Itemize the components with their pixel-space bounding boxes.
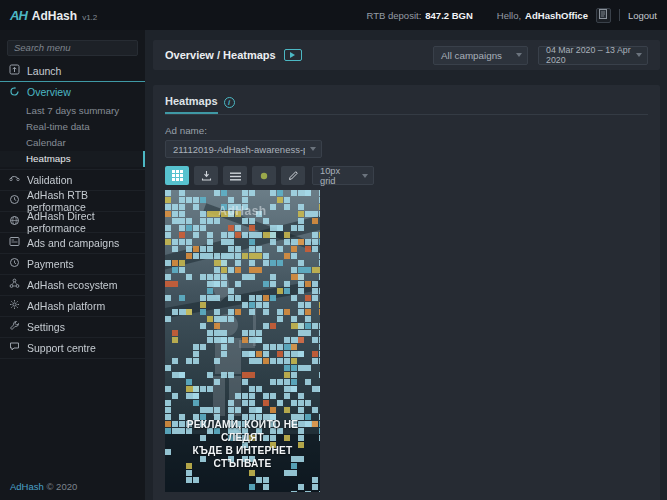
marker-dot-button[interactable] — [252, 166, 276, 185]
logout-button[interactable]: Logout — [628, 10, 657, 21]
tutorial-play-button[interactable] — [284, 49, 302, 61]
sidebar-item-label: Validation — [27, 174, 72, 186]
sidebar-subitem-label: Last 7 days summary — [26, 105, 119, 116]
sidebar-item-support-centre[interactable]: Support centre — [0, 338, 145, 359]
sidebar-nav: Launch Overview Last 7 days summary Real… — [0, 61, 145, 359]
adhash-app: AH AdHash v1.2 RTB deposit: 847.2 BGN He… — [0, 0, 667, 500]
app-version: v1.2 — [82, 13, 97, 22]
sidebar-item-label: AdHash platform — [27, 300, 105, 312]
sidebar-item-settings[interactable]: Settings — [0, 317, 145, 338]
grid-icon — [172, 167, 183, 185]
sidebar-subitem-calendar[interactable]: Calendar — [0, 135, 145, 151]
rtb-deposit-value: 847.2 BGN — [425, 10, 473, 21]
sidebar-item-launch[interactable]: Launch — [0, 61, 145, 82]
document-icon — [599, 9, 607, 21]
info-icon[interactable] — [224, 97, 235, 108]
heatmap-ad-preview[interactable]: AdHash РЕКЛАМИ, КОИТО НЕ СЛЕДЯТ КЪДЕ В И… — [165, 190, 320, 492]
ads-icon — [9, 236, 20, 249]
campaign-select-value: All campaigns — [441, 50, 502, 61]
sidebar-item-direct-performance[interactable]: AdHash Direct performance — [0, 212, 145, 233]
topbar: AH AdHash v1.2 RTB deposit: 847.2 BGN He… — [0, 0, 667, 30]
payments-icon — [9, 257, 20, 270]
platform-gear-icon — [9, 299, 20, 312]
sidebar-item-payments[interactable]: Payments — [0, 254, 145, 275]
sidebar-subitem-label: Heatmaps — [26, 153, 71, 164]
sidebar-item-label: AdHash ecosystem — [27, 279, 117, 291]
adhash-logo-icon: AH — [10, 8, 27, 23]
grid-view-button[interactable] — [165, 166, 189, 185]
adhash-logo[interactable]: AH AdHash v1.2 — [10, 8, 97, 23]
rtb-performance-icon — [9, 194, 20, 207]
download-icon — [201, 167, 212, 185]
ad-name-value: 21112019-AdHash-awareness-privacy... — [173, 144, 305, 155]
date-range-select[interactable]: 04 Mar 2020 – 13 Apr 2020 — [538, 46, 648, 65]
heatmaps-header: Heatmaps — [165, 95, 648, 114]
topbar-divider — [619, 9, 620, 21]
topbar-right: RTB deposit: 847.2 BGN Hello, AdHashOffi… — [367, 8, 657, 23]
footer-brand-link[interactable]: AdHash — [10, 481, 44, 492]
sidebar-item-label: Payments — [27, 258, 74, 270]
sidebar: Launch Overview Last 7 days summary Real… — [0, 30, 145, 500]
download-button[interactable] — [194, 166, 218, 185]
chevron-down-icon — [516, 53, 522, 57]
sidebar-subitem-heatmaps[interactable]: Heatmaps — [0, 151, 145, 167]
validation-icon — [9, 173, 20, 186]
heatmaps-title: Heatmaps — [165, 95, 218, 114]
sidebar-item-ecosystem[interactable]: AdHash ecosystem — [0, 275, 145, 296]
sidebar-item-overview[interactable]: Overview — [0, 82, 145, 103]
footer-copyright: © 2020 — [46, 481, 77, 492]
support-chat-icon — [9, 341, 20, 354]
sidebar-item-label: Launch — [27, 65, 61, 77]
sidebar-item-validation[interactable]: Validation — [0, 170, 145, 191]
sidebar-item-rtb-performance[interactable]: AdHash RTB performance — [0, 191, 145, 212]
sidebar-item-label: Support centre — [27, 342, 96, 354]
heatmap-canvas[interactable] — [165, 190, 320, 492]
search-wrap — [0, 30, 145, 61]
sidebar-subitem-last-7-days[interactable]: Last 7 days summary — [0, 103, 145, 119]
breadcrumb: Overview / Heatmaps — [165, 49, 276, 61]
campaign-select[interactable]: All campaigns — [433, 46, 528, 65]
date-range-value: 04 Mar 2020 – 13 Apr 2020 — [546, 45, 631, 65]
heatmaps-panel: Heatmaps Ad name: 21112019-AdHash-awaren… — [153, 85, 660, 500]
grid-size-select[interactable]: 10px grid — [312, 166, 374, 185]
rtb-deposit-label: RTB deposit: — [367, 10, 422, 21]
sidebar-subitem-label: Real-time data — [26, 121, 90, 132]
main-content: Overview / Heatmaps All campaigns 04 Mar… — [145, 30, 667, 500]
username: AdHashOffice — [525, 10, 588, 21]
greeting-text: Hello, — [497, 10, 521, 21]
search-input[interactable] — [7, 40, 138, 56]
launch-icon — [9, 64, 20, 77]
overview-icon — [9, 86, 20, 99]
settings-wrench-icon — [9, 320, 20, 333]
chevron-down-icon — [636, 53, 642, 57]
section-divider — [165, 114, 648, 115]
ecosystem-icon — [9, 278, 20, 291]
filters: All campaigns 04 Mar 2020 – 13 Apr 2020 — [433, 46, 648, 65]
sidebar-subitem-label: Calendar — [26, 137, 66, 148]
sidebar-item-label: Overview — [27, 86, 71, 98]
release-notes-button[interactable] — [596, 8, 611, 23]
sidebar-item-ads-and-campaigns[interactable]: Ads and campaigns — [0, 233, 145, 254]
play-icon — [290, 52, 295, 58]
sidebar-footer: AdHash © 2020 — [10, 481, 77, 492]
pencil-icon — [288, 167, 299, 185]
sidebar-subitem-real-time-data[interactable]: Real-time data — [0, 119, 145, 135]
draw-button[interactable] — [281, 166, 305, 185]
chevron-down-icon — [362, 174, 368, 178]
ad-name-select[interactable]: 21112019-AdHash-awareness-privacy... — [165, 140, 322, 158]
breadcrumb-panel: Overview / Heatmaps All campaigns 04 Mar… — [153, 40, 660, 70]
heatmap-toolbar: 10px grid — [165, 166, 648, 185]
logo-title: AdHash — [32, 9, 77, 23]
grid-size-value: 10px grid — [320, 166, 357, 186]
ad-name-label: Ad name: — [165, 125, 648, 136]
dot-icon — [259, 167, 269, 185]
chevron-down-icon — [310, 147, 316, 151]
sidebar-item-label: Ads and campaigns — [27, 237, 119, 249]
list-view-button[interactable] — [223, 166, 247, 185]
sidebar-item-label: Settings — [27, 321, 65, 333]
list-icon — [230, 167, 241, 185]
sidebar-item-label: AdHash Direct performance — [27, 210, 136, 234]
direct-performance-icon — [9, 215, 20, 228]
sidebar-item-platform[interactable]: AdHash platform — [0, 296, 145, 317]
